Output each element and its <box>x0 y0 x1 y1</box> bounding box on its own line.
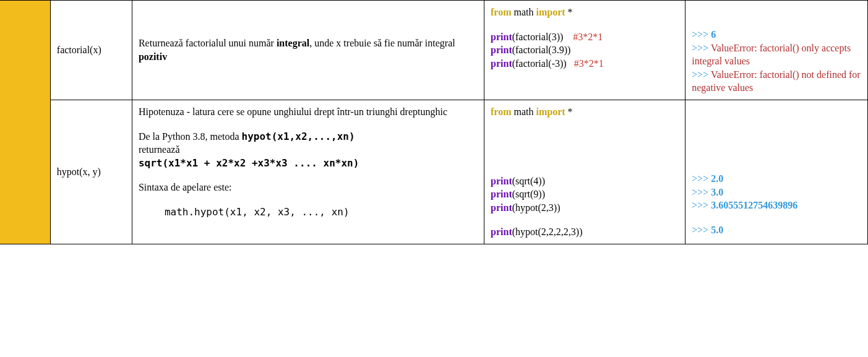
blank-line <box>692 17 861 28</box>
prompt: >>> <box>692 43 711 53</box>
code-text: (sqrt(4)) <box>512 176 545 186</box>
blank-line <box>491 214 679 225</box>
kw-import: import <box>536 7 565 17</box>
func-name-cell: factorial(x) <box>50 1 132 100</box>
syntax-code: math.hypot(x1, x2, x3, ..., xn) <box>139 205 350 219</box>
output-line: >>> 3.6055512754639896 <box>692 199 861 212</box>
blank-line <box>491 130 679 141</box>
desc-code: sqrt(x1*x1 + x2*x2 +x3*x3 .... xn*xn) <box>139 157 478 170</box>
kw-print: print <box>491 58 512 69</box>
code-pad <box>567 58 574 69</box>
desc-bold: integral <box>277 38 309 48</box>
code-text: (sqrt(9)) <box>512 189 545 199</box>
desc-text: returnează <box>139 143 478 157</box>
blank-line <box>692 116 861 127</box>
code-line: print(factorial(3.9)) <box>491 43 679 57</box>
desc-bold: pozitiv <box>139 51 167 62</box>
kw-print: print <box>491 202 512 213</box>
prompt: >>> <box>692 225 711 235</box>
prompt: >>> <box>692 187 711 197</box>
desc-text: De la Python 3.8, metoda <box>139 131 242 142</box>
desc-cell: Hipotenuza - latura cere se opune unghiu… <box>132 100 484 244</box>
output-line: >>> ValueError: factorial() not defined … <box>692 68 861 95</box>
output-line: >>> ValueError: factorial() only accepts… <box>692 41 861 68</box>
output-error: ValueError: factorial() only accepts int… <box>692 43 851 67</box>
code-text: (factorial(3.9)) <box>512 45 571 55</box>
blank-line <box>491 19 679 30</box>
kw-print: print <box>491 32 512 42</box>
kw-print: print <box>491 189 512 199</box>
output-cell: >>> 2.0 >>> 3.0 >>> 3.6055512754639896 >… <box>685 100 868 244</box>
code-text: (hypot(2,2,2,2,3)) <box>512 226 583 237</box>
kw-from: from <box>491 7 511 17</box>
blank-line <box>491 119 679 130</box>
desc-text: , unde x trebuie să fie număr integral <box>309 38 455 48</box>
blank-line <box>139 194 478 205</box>
output-line: >>> 6 <box>692 28 861 41</box>
output-error: ValueError: factorial() not defined for … <box>692 69 860 93</box>
desc-line: De la Python 3.8, metoda hypot(x1,x2,...… <box>139 130 478 144</box>
prompt: >>> <box>692 29 711 40</box>
blank-line <box>692 105 861 116</box>
code-text: * <box>565 106 573 117</box>
kw-from: from <box>491 106 511 117</box>
func-name-cell: hypot(x, y) <box>50 100 132 244</box>
code-text: math <box>512 7 536 17</box>
code-line: print(factorial(-3)) #3*2*1 <box>491 57 679 71</box>
func-name: factorial(x) <box>57 45 101 55</box>
code-line: from math import * <box>491 6 679 19</box>
blank-line <box>139 170 478 181</box>
prompt: >>> <box>692 200 711 210</box>
code-line: print(hypot(2,2,2,2,3)) <box>491 225 679 239</box>
blank-line <box>692 127 861 139</box>
category-cell <box>0 1 50 244</box>
code-line: print(factorial(3)) #3*2*1 <box>491 30 679 44</box>
kw-print: print <box>491 176 512 186</box>
output-value: 3.0 <box>711 187 723 197</box>
table-row: factorial(x) Returnează factorialul unui… <box>0 1 868 100</box>
desc-text: Hipotenuza - latura cere se opune unghiu… <box>139 105 478 119</box>
code-line: print(hypot(2,3)) <box>491 201 679 215</box>
code-text: math <box>512 106 536 117</box>
output-value: 3.6055512754639896 <box>711 200 797 210</box>
code-comment: #3*2*1 <box>574 58 604 69</box>
blank-line <box>692 6 861 17</box>
code-cell: from math import * print(factorial(3)) #… <box>484 1 685 100</box>
kw-print: print <box>491 226 512 237</box>
desc-text: Returnează factorialul unui număr <box>139 38 277 48</box>
output-cell: >>> 6 >>> ValueError: factorial() only a… <box>685 1 868 100</box>
kw-print: print <box>491 45 512 55</box>
desc-text: Sintaxa de apelare este: <box>139 181 478 194</box>
table-row: hypot(x, y) Hipotenuza - latura cere se … <box>0 100 868 244</box>
blank-line <box>139 119 478 130</box>
prompt: >>> <box>692 173 711 184</box>
code-cell: from math import * print(sqrt(4)) print(… <box>484 100 685 244</box>
blank-line <box>491 152 679 163</box>
code-text: (factorial(-3)) <box>512 58 567 69</box>
desc-code: hypot(x1,x2,...,xn) <box>242 131 355 142</box>
output-line: >>> 2.0 <box>692 172 861 186</box>
output-value: 2.0 <box>711 173 723 184</box>
func-name: hypot(x, y) <box>57 166 101 177</box>
function-table: factorial(x) Returnează factorialul unui… <box>0 0 868 244</box>
code-text: (hypot(2,3)) <box>512 202 561 213</box>
prompt: >>> <box>692 69 711 80</box>
code-line: print(sqrt(9)) <box>491 187 679 201</box>
blank-line <box>692 161 861 172</box>
output-value: 6 <box>711 29 716 40</box>
code-text: * <box>565 7 573 17</box>
blank-line <box>491 141 679 152</box>
blank-line <box>692 212 861 223</box>
code-comment: #3*2*1 <box>573 32 603 42</box>
output-line: >>> 3.0 <box>692 186 861 199</box>
code-pad <box>563 32 573 42</box>
code-line: from math import * <box>491 105 679 119</box>
blank-line <box>491 163 679 174</box>
kw-import: import <box>536 106 565 117</box>
code-text: (factorial(3)) <box>512 32 564 42</box>
blank-line <box>692 139 861 150</box>
output-value: 5.0 <box>711 225 723 235</box>
output-line: >>> 5.0 <box>692 223 861 237</box>
blank-line <box>692 150 861 161</box>
desc-cell: Returnează factorialul unui număr integr… <box>132 1 484 100</box>
